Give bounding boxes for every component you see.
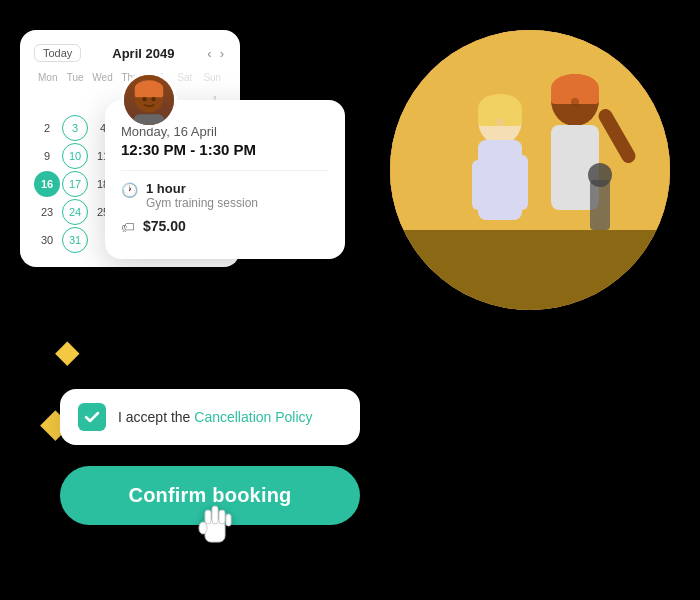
cal-day-16-selected[interactable]: 16 [34,171,60,197]
cal-day[interactable]: 2 [34,115,60,141]
svg-rect-23 [133,114,165,125]
policy-card: I accept the Cancellation Policy [60,389,360,445]
svg-point-22 [151,97,155,101]
cancellation-policy-link[interactable]: Cancellation Policy [194,409,312,425]
svg-point-15 [588,163,612,187]
cal-day-17[interactable]: 17 [62,171,88,197]
cursor-hand-icon [195,500,235,558]
cal-day-31[interactable]: 31 [62,227,88,253]
svg-rect-6 [516,155,528,210]
svg-rect-4 [478,140,522,220]
cal-day[interactable]: 9 [34,143,60,169]
avatar [121,72,177,128]
svg-rect-27 [219,510,225,524]
day-header-tue: Tue [61,72,88,83]
next-month-button[interactable]: › [218,46,226,61]
price-label: $75.00 [143,218,186,234]
cal-day-10[interactable]: 10 [62,143,88,169]
photo-circle [390,30,670,310]
duration-row: 🕐 1 hour Gym training session [121,181,329,210]
booking-divider [121,170,329,171]
today-button[interactable]: Today [34,44,81,62]
svg-point-16 [496,118,504,126]
calendar-header: Today April 2049 ‹ › [34,44,226,62]
service-label: Gym training session [146,196,258,210]
svg-point-21 [142,97,146,101]
cal-day[interactable]: 30 [34,227,60,253]
policy-text-before: I accept the [118,409,194,425]
svg-rect-5 [472,160,484,210]
price-row: 🏷 $75.00 [121,218,329,235]
day-header-sat: Sat [171,72,198,83]
calendar-nav: ‹ › [205,46,226,61]
svg-rect-28 [226,514,231,526]
clock-icon: 🕐 [121,182,138,198]
svg-rect-20 [135,88,164,97]
tag-icon: 🏷 [121,219,135,235]
policy-text: I accept the Cancellation Policy [118,409,313,425]
policy-checkbox[interactable] [78,403,106,431]
svg-rect-26 [205,510,211,524]
cal-day[interactable]: 23 [34,199,60,225]
duration-label: 1 hour [146,181,258,196]
day-header-wed: Wed [89,72,116,83]
day-header-sun: Sun [199,72,226,83]
calendar-month-label: April 2049 [112,46,174,61]
cal-day-24[interactable]: 24 [62,199,88,225]
svg-point-17 [571,98,579,106]
svg-rect-1 [390,230,670,310]
svg-point-29 [199,522,207,534]
sparkle-icon-1: ◆ [55,332,80,370]
svg-rect-25 [212,506,218,524]
day-header-mon: Mon [34,72,61,83]
booking-card: Monday, 16 April 12:30 PM - 1:30 PM 🕐 1 … [105,100,345,259]
booking-time: 12:30 PM - 1:30 PM [121,141,329,158]
svg-rect-14 [590,180,610,230]
svg-rect-2 [390,30,670,230]
prev-month-button[interactable]: ‹ [205,46,213,61]
cal-day-3[interactable]: 3 [62,115,88,141]
scene: Today April 2049 ‹ › Mon Tue Wed Thu Fri… [0,0,700,600]
